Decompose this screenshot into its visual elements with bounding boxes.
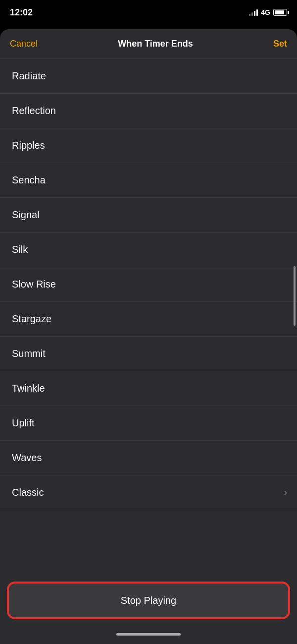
list-item-uplift[interactable]: Uplift xyxy=(0,406,297,441)
list-item-ripples[interactable]: Ripples xyxy=(0,128,297,163)
scrollbar[interactable] xyxy=(294,266,296,326)
list-item-label: Twinkle xyxy=(12,383,45,394)
list-item-label: Classic xyxy=(12,487,44,498)
list-item-classic[interactable]: Classic › xyxy=(0,475,297,510)
list-item-summit[interactable]: Summit xyxy=(0,337,297,371)
battery-fill xyxy=(275,10,284,14)
battery-icon xyxy=(273,9,287,16)
list-item-label: Sencha xyxy=(12,175,46,186)
list-item-label: Reflection xyxy=(12,105,56,117)
list-item-radiate[interactable]: Radiate xyxy=(0,59,297,94)
list-item-label: Ripples xyxy=(12,140,45,151)
signal-icon xyxy=(249,9,258,16)
battery-body xyxy=(273,9,287,16)
list-item-waves[interactable]: Waves xyxy=(0,441,297,475)
list-item-label: Uplift xyxy=(12,417,35,429)
signal-bar-2 xyxy=(251,12,253,16)
network-label: 4G xyxy=(261,8,270,16)
signal-bar-4 xyxy=(256,9,258,16)
status-bar: 12:02 4G xyxy=(0,0,297,25)
set-button[interactable]: Set xyxy=(273,39,287,49)
cancel-button[interactable]: Cancel xyxy=(10,39,38,49)
list-item-sencha[interactable]: Sencha xyxy=(0,163,297,198)
home-bar xyxy=(116,633,181,636)
ringtone-list: Radiate Reflection Ripples Sencha Signal… xyxy=(0,59,297,577)
signal-bar-3 xyxy=(254,11,255,16)
status-right-icons: 4G xyxy=(249,8,287,16)
modal-title: When Timer Ends xyxy=(118,39,193,49)
list-item-label: Slow Rise xyxy=(12,279,56,290)
list-item-stargaze[interactable]: Stargaze xyxy=(0,302,297,337)
list-item-label: Waves xyxy=(12,452,42,464)
signal-bar-1 xyxy=(249,14,250,16)
chevron-right-icon: › xyxy=(284,487,287,498)
list-item-label: Stargaze xyxy=(12,313,51,325)
list-item-label: Summit xyxy=(12,348,46,359)
list-item-twinkle[interactable]: Twinkle xyxy=(0,371,297,406)
modal-header: Cancel When Timer Ends Set xyxy=(0,29,297,59)
status-time: 12:02 xyxy=(10,7,33,18)
stop-playing-section: Stop Playing xyxy=(0,577,297,624)
list-item-label: Signal xyxy=(12,209,40,221)
list-item-reflection[interactable]: Reflection xyxy=(0,94,297,128)
list-item-slow-rise[interactable]: Slow Rise xyxy=(0,267,297,302)
stop-playing-button[interactable]: Stop Playing xyxy=(8,583,289,618)
list-item-silk[interactable]: Silk xyxy=(0,233,297,267)
list-item-signal[interactable]: Signal xyxy=(0,198,297,233)
stop-playing-label: Stop Playing xyxy=(121,595,176,606)
home-indicator xyxy=(0,624,297,644)
list-item-label: Radiate xyxy=(12,70,46,82)
list-item-label: Silk xyxy=(12,244,28,255)
modal-sheet: Cancel When Timer Ends Set Radiate Refle… xyxy=(0,29,297,644)
